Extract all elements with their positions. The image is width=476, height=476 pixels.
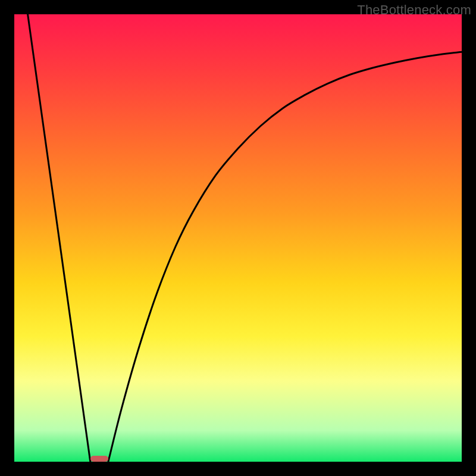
plot-area (14, 14, 462, 462)
curve-right-segment (108, 52, 462, 462)
curve-left-segment (28, 14, 90, 462)
watermark-text: TheBottleneck.com (357, 2, 471, 18)
bottleneck-curve (14, 14, 462, 462)
chart-frame: TheBottleneck.com (0, 0, 476, 476)
optimum-marker (90, 456, 108, 462)
